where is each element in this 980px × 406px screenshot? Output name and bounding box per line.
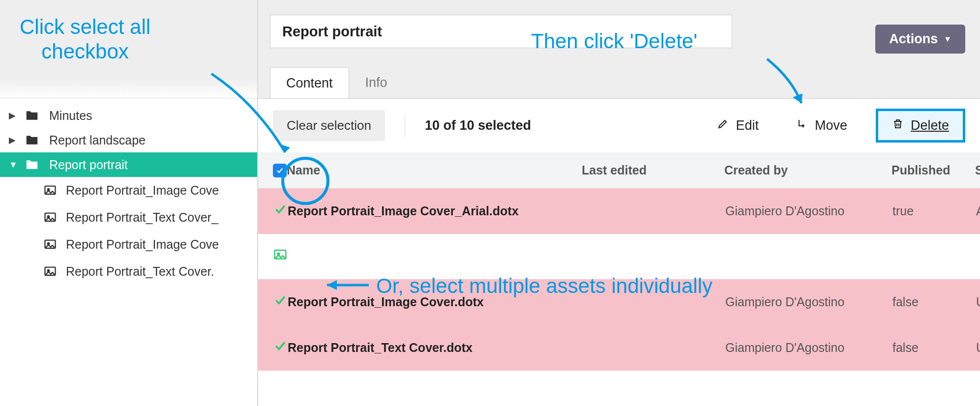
cell-status: Archived xyxy=(976,204,980,218)
image-icon xyxy=(43,211,57,225)
tree-item-report-landscape[interactable]: ▶ Report landscape xyxy=(0,128,257,152)
edit-label: Edit xyxy=(736,118,759,133)
main-panel: Report portrait Actions ▼ Content Info C… xyxy=(258,0,980,406)
image-icon xyxy=(43,265,57,279)
tree-child-item[interactable]: Report Portrait_Text Cover. xyxy=(0,258,257,285)
cell-status: Unpublished xyxy=(976,295,980,309)
delete-label: Delete xyxy=(911,118,949,133)
cell-published: false xyxy=(892,295,976,309)
trash-icon xyxy=(892,118,904,133)
tab-label: Info xyxy=(365,75,387,90)
cell-created-by: Giampiero D'Agostino xyxy=(725,341,892,355)
toolbar: Clear selection 10 of 10 selected Edit M… xyxy=(258,99,980,152)
table-row[interactable]: Report Portrait_Image Cover.dotx Giampie… xyxy=(258,279,980,325)
actions-button[interactable]: Actions ▼ xyxy=(875,25,965,54)
delete-button[interactable]: Delete xyxy=(876,109,965,143)
cell-published: true xyxy=(892,204,976,218)
col-name[interactable]: Name xyxy=(287,163,582,177)
tree-child-item[interactable]: Report Portrait_Image Cove xyxy=(0,231,257,258)
table-row[interactable]: Report Portrait_Image Cover_Arial.dotx G… xyxy=(258,188,980,234)
cell-published: false xyxy=(892,341,976,355)
folder-icon xyxy=(25,133,40,147)
image-icon xyxy=(43,238,57,252)
table-row[interactable] xyxy=(258,234,980,279)
move-button[interactable]: Move xyxy=(787,113,856,138)
selection-count: 10 of 10 selected xyxy=(425,118,531,133)
select-all-checkbox[interactable] xyxy=(273,164,287,177)
folder-icon xyxy=(25,108,40,123)
tree-child-item[interactable]: Report Portrait_Image Cove xyxy=(0,177,257,204)
tree-child-label: Report Portrait_Image Cove xyxy=(66,183,219,198)
content-panel: Clear selection 10 of 10 selected Edit M… xyxy=(258,98,980,406)
cell-created-by: Giampiero D'Agostino xyxy=(725,295,892,309)
clear-selection-button[interactable]: Clear selection xyxy=(273,110,385,141)
caret-down-icon: ▼ xyxy=(9,160,16,170)
tab-content[interactable]: Content xyxy=(270,67,349,99)
tree-child-item[interactable]: Report Portrait_Text Cover_ xyxy=(0,204,257,231)
tree-child-label: Report Portrait_Text Cover_ xyxy=(66,210,218,225)
select-all-cell xyxy=(273,164,287,177)
image-icon xyxy=(43,184,57,198)
tab-label: Content xyxy=(286,76,333,90)
cell-status: Unpublished xyxy=(976,341,980,355)
tree-item-minutes[interactable]: ▶ Minutes xyxy=(0,103,257,128)
check-icon xyxy=(273,339,288,357)
cell-name: Report Portrait_Text Cover.dotx xyxy=(288,341,583,355)
clear-selection-label: Clear selection xyxy=(287,118,371,133)
tree-child-label: Report Portrait_Text Cover. xyxy=(66,264,214,279)
cell-name: Report Portrait_Image Cover.dotx xyxy=(288,295,583,309)
col-status[interactable]: Status xyxy=(975,163,980,177)
folder-tree: ▶ Minutes ▶ Report landscape ▼ Report po… xyxy=(0,103,257,177)
move-label: Move xyxy=(815,118,847,133)
table-row[interactable]: Report Portrait_Text Cover.dotx Giampier… xyxy=(258,325,980,371)
caret-down-icon: ▼ xyxy=(944,35,951,44)
title-input[interactable]: Report portrait xyxy=(270,15,732,48)
cell-name: Report Portrait_Image Cover_Arial.dotx xyxy=(288,204,583,218)
caret-right-icon: ▶ xyxy=(9,135,16,145)
tree-child-label: Report Portrait_Image Cove xyxy=(66,237,219,252)
cell-created-by: Giampiero D'Agostino xyxy=(725,204,892,218)
tree-item-report-portrait[interactable]: ▼ Report portrait xyxy=(0,152,257,177)
sidebar: ▶ Minutes ▶ Report landscape ▼ Report po… xyxy=(0,0,258,406)
caret-right-icon: ▶ xyxy=(9,110,16,121)
check-icon xyxy=(273,293,288,311)
check-icon xyxy=(273,202,288,220)
actions-label: Actions xyxy=(889,31,938,47)
col-published[interactable]: Published xyxy=(891,163,975,177)
folder-icon xyxy=(25,157,40,172)
move-icon xyxy=(796,118,808,133)
col-created-by[interactable]: Created by xyxy=(724,163,891,177)
pencil-icon xyxy=(717,118,729,133)
tabs: Content Info xyxy=(270,67,404,98)
tree-item-label: Report landscape xyxy=(49,133,146,147)
tab-info[interactable]: Info xyxy=(349,67,404,98)
tree-item-label: Report portrait xyxy=(49,158,128,172)
image-icon xyxy=(273,248,288,265)
page-title: Report portrait xyxy=(282,24,382,40)
col-last-edited[interactable]: Last edited xyxy=(582,163,724,177)
assets-table: Name Last edited Created by Published St… xyxy=(258,152,980,371)
separator xyxy=(405,115,405,137)
edit-button[interactable]: Edit xyxy=(708,113,768,138)
table-header: Name Last edited Created by Published St… xyxy=(258,152,980,188)
tree-children: Report Portrait_Image Cove Report Portra… xyxy=(0,177,257,285)
tree-item-label: Minutes xyxy=(49,109,92,123)
